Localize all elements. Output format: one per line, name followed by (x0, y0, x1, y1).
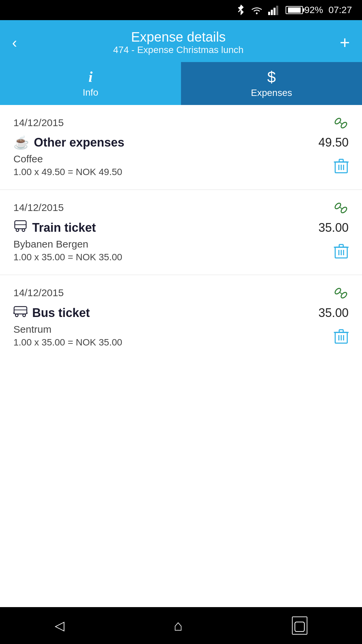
expense-description: Bybanen Bergen (13, 238, 349, 250)
page-subtitle: 474 - Expense Christmas lunch (113, 45, 244, 55)
dollar-icon: $ (267, 69, 276, 85)
header: ‹ Expense details 474 - Expense Christma… (0, 20, 362, 105)
expense-date: 14/12/2015 (13, 202, 333, 213)
category-icon-other: ☕ (13, 135, 29, 150)
svg-line-37 (340, 292, 342, 294)
tab-expenses-label: Expenses (251, 88, 292, 98)
expense-amount: 35.00 (318, 221, 349, 235)
delete-button[interactable] (334, 243, 349, 263)
svg-point-7 (334, 117, 342, 125)
expense-item: 14/12/2015 ☕ Other expenses 49.50 Coffee… (0, 105, 362, 190)
expense-description: Sentrum (13, 324, 349, 335)
expense-calculation: 1.00 x 35.00 = NOK 35.00 (13, 337, 349, 348)
svg-rect-6 (276, 6, 278, 15)
clock: 07:27 (328, 5, 352, 15)
bottom-nav: ◁ ⌂ ▢ (0, 607, 362, 644)
category-name: Train ticket (32, 221, 96, 235)
expense-amount: 49.50 (318, 136, 349, 150)
category-icon-train (13, 220, 27, 235)
back-button[interactable]: ‹ (12, 35, 17, 50)
signal-icon (268, 5, 280, 15)
svg-line-9 (340, 122, 342, 124)
svg-point-35 (334, 287, 342, 295)
expense-category: Bus ticket (13, 305, 90, 320)
expense-calculation: 1.00 x 49.50 = NOK 49.50 (13, 167, 349, 177)
tab-info-label: Info (83, 87, 99, 98)
expense-actions (334, 158, 349, 177)
svg-point-40 (15, 314, 18, 317)
svg-point-23 (16, 229, 19, 231)
svg-point-41 (23, 314, 25, 317)
tab-info[interactable]: i Info (0, 62, 181, 105)
info-icon: i (88, 70, 93, 85)
expense-list: 14/12/2015 ☕ Other expenses 49.50 Coffee… (0, 105, 362, 630)
tabs: i Info $ Expenses (0, 62, 362, 105)
expense-actions (334, 243, 349, 263)
svg-line-44 (27, 312, 27, 314)
nav-back-button[interactable]: ◁ (55, 618, 64, 633)
add-button[interactable]: + (340, 34, 350, 51)
link-icon[interactable] (333, 117, 349, 130)
expense-category-row: ☕ Other expenses 49.50 (13, 135, 349, 150)
expense-amount: 35.00 (318, 306, 349, 320)
category-name: Other expenses (34, 136, 124, 150)
svg-rect-4 (271, 10, 273, 15)
link-icon[interactable] (333, 287, 349, 301)
expense-category: ☕ Other expenses (13, 135, 124, 150)
expense-calculation: 1.00 x 35.00 = NOK 35.00 (13, 252, 349, 263)
status-bar: 92% 07:27 (0, 0, 362, 20)
battery-indicator: 92% (286, 5, 323, 15)
expense-category: Train ticket (13, 220, 96, 235)
svg-point-2 (256, 13, 257, 14)
expense-category-row: Train ticket 35.00 (13, 220, 349, 235)
nav-home-button[interactable]: ⌂ (174, 617, 183, 634)
delete-button[interactable] (334, 328, 349, 348)
category-icon-bus (13, 305, 27, 320)
tab-expenses[interactable]: $ Expenses (181, 62, 362, 105)
expense-actions (334, 328, 349, 348)
expense-item-header: 14/12/2015 (13, 287, 349, 301)
expense-category-row: Bus ticket 35.00 (13, 305, 349, 320)
svg-point-18 (334, 202, 342, 210)
svg-point-19 (340, 206, 348, 214)
expense-date: 14/12/2015 (13, 287, 333, 299)
page-title: Expense details (113, 30, 244, 45)
svg-point-24 (22, 229, 25, 231)
expense-item-header: 14/12/2015 (13, 202, 349, 215)
svg-line-43 (13, 312, 14, 314)
expense-item: 14/12/2015 (0, 190, 362, 275)
category-name: Bus ticket (32, 306, 90, 320)
status-icons: 92% 07:27 (236, 4, 352, 16)
expense-date: 14/12/2015 (13, 117, 333, 128)
battery-percent: 92% (304, 5, 323, 15)
nav-recent-button[interactable]: ▢ (292, 616, 307, 635)
svg-line-20 (340, 207, 342, 209)
svg-line-1 (238, 10, 241, 12)
svg-point-36 (340, 291, 348, 299)
expense-description: Coffee (13, 153, 349, 165)
delete-button[interactable] (334, 158, 349, 177)
svg-point-8 (340, 121, 348, 129)
header-title-block: Expense details 474 - Expense Christmas … (113, 30, 244, 55)
svg-rect-3 (268, 12, 270, 15)
expense-item: 14/12/2015 (0, 275, 362, 360)
expense-item-header: 14/12/2015 (13, 117, 349, 130)
wifi-icon (251, 5, 263, 15)
header-top: ‹ Expense details 474 - Expense Christma… (0, 20, 362, 59)
svg-rect-5 (274, 8, 276, 15)
link-icon[interactable] (333, 202, 349, 215)
bluetooth-icon (236, 4, 245, 16)
